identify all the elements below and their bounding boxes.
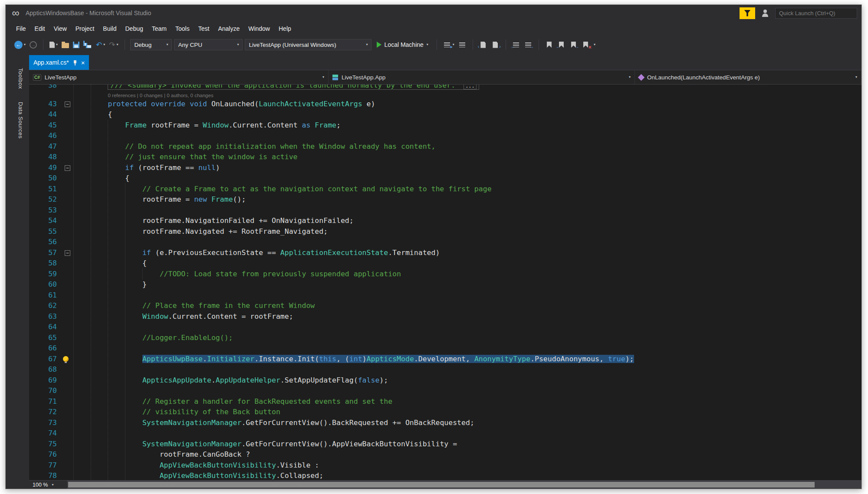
- code-text[interactable]: Frame rootFrame = Window.Current.Content…: [73, 120, 861, 131]
- code-text[interactable]: 0 references | 0 changes | 0 authors, 0 …: [73, 91, 861, 99]
- horizontal-scrollbar[interactable]: [67, 481, 861, 489]
- collapsed-region-ellipsis[interactable]: ...: [464, 85, 477, 89]
- line-number[interactable]: 64: [40, 322, 62, 333]
- solution-platform-dropdown[interactable]: Any CPU ▾: [174, 39, 243, 50]
- code-line[interactable]: 62// Place the frame in the current Wind…: [29, 301, 861, 311]
- code-line[interactable]: 45Frame rootFrame = Window.Current.Conte…: [29, 120, 861, 131]
- startup-project-dropdown[interactable]: LiveTestApp (Universal Windows) ▾: [245, 39, 372, 50]
- code-line[interactable]: 47// Do not repeat app initialization wh…: [29, 141, 861, 152]
- glyph-margin[interactable]: [29, 91, 40, 99]
- glyph-margin[interactable]: [29, 258, 40, 269]
- code-text[interactable]: AppViewBackButtonVisibility.Collapsed;: [73, 471, 861, 480]
- line-number[interactable]: 48: [40, 152, 62, 163]
- navigate-forward-button[interactable]: →: [29, 39, 38, 50]
- code-line[interactable]: 78AppViewBackButtonVisibility.Collapsed;: [29, 471, 861, 480]
- line-number[interactable]: 51: [40, 184, 62, 195]
- save-all-button[interactable]: [82, 39, 93, 50]
- code-text[interactable]: // just ensure that the window is active: [73, 152, 861, 163]
- code-text[interactable]: rootFrame.NavigationFailed += OnNavigati…: [73, 216, 861, 226]
- code-text[interactable]: if (e.PreviousExecutionState == Applicat…: [73, 248, 861, 258]
- glyph-margin[interactable]: [29, 152, 40, 163]
- code-line[interactable]: 68: [29, 364, 861, 375]
- line-number[interactable]: [40, 91, 62, 99]
- code-text[interactable]: [73, 237, 861, 248]
- line-number[interactable]: 70: [40, 386, 62, 396]
- code-line[interactable]: 49−if (rootFrame == null): [29, 163, 861, 173]
- glyph-margin[interactable]: [29, 428, 40, 439]
- open-file-button[interactable]: [61, 39, 70, 50]
- code-line[interactable]: 55rootFrame.Navigated += RootFrame_Navig…: [29, 226, 861, 237]
- line-number[interactable]: 77: [40, 460, 62, 471]
- code-text[interactable]: AppViewBackButtonVisibility.Visible :: [73, 460, 861, 471]
- glyph-margin[interactable]: [29, 354, 40, 365]
- line-number[interactable]: 44: [40, 109, 62, 120]
- tool-tab-data-sources[interactable]: Data Sources: [17, 102, 24, 139]
- menu-item-file[interactable]: File: [12, 23, 30, 34]
- code-text[interactable]: // visibility of the Back button: [73, 407, 861, 418]
- member-list-button[interactable]: [457, 39, 467, 50]
- line-number[interactable]: 54: [40, 216, 62, 226]
- code-text[interactable]: SystemNavigationManager.GetForCurrentVie…: [73, 418, 861, 429]
- glyph-margin[interactable]: [29, 85, 40, 91]
- code-line[interactable]: 61: [29, 290, 861, 301]
- code-line[interactable]: 43−protected override void OnLaunched(La…: [29, 99, 861, 110]
- glyph-margin[interactable]: [29, 194, 40, 205]
- code-text[interactable]: {: [73, 109, 861, 120]
- glyph-margin[interactable]: [29, 205, 40, 216]
- navbar-member-dropdown[interactable]: OnLaunched(LaunchActivatedEventArgs e) ▾: [635, 70, 861, 84]
- line-number[interactable]: 45: [40, 120, 62, 131]
- toggle-bookmark-button[interactable]: [544, 39, 554, 50]
- code-line[interactable]: 71// Register a handler for BackRequeste…: [29, 396, 861, 407]
- comment-button[interactable]: ‹: [478, 39, 488, 50]
- glyph-margin[interactable]: [29, 449, 40, 460]
- code-line[interactable]: 67AppticsUwpBase.Initializer.Instance.In…: [29, 354, 861, 365]
- menu-item-help[interactable]: Help: [274, 23, 296, 34]
- toolbar-overflow-button[interactable]: ▾: [593, 39, 596, 50]
- line-number[interactable]: 55: [40, 226, 62, 237]
- line-number[interactable]: 63: [40, 311, 62, 322]
- line-number[interactable]: 52: [40, 194, 62, 205]
- code-text[interactable]: rootFrame.CanGoBack ?: [73, 449, 861, 460]
- line-number[interactable]: 38: [40, 85, 62, 91]
- menu-item-edit[interactable]: Edit: [30, 23, 49, 34]
- increase-indent-button[interactable]: →: [523, 39, 533, 50]
- navbar-project-dropdown[interactable]: C# LiveTestApp ▾: [29, 70, 329, 84]
- code-text[interactable]: [73, 205, 861, 216]
- glyph-margin[interactable]: [29, 141, 40, 152]
- code-line[interactable]: 53: [29, 205, 861, 216]
- code-line[interactable]: 76rootFrame.CanGoBack ?: [29, 449, 861, 460]
- feedback-button[interactable]: [760, 7, 771, 19]
- line-number[interactable]: 53: [40, 205, 62, 216]
- line-number[interactable]: 57: [40, 248, 62, 258]
- code-line[interactable]: 72// visibility of the Back button: [29, 407, 861, 418]
- code-text[interactable]: if (rootFrame == null): [73, 163, 861, 173]
- new-file-button[interactable]: ▾: [49, 39, 59, 50]
- line-number[interactable]: 78: [40, 471, 62, 480]
- glyph-margin[interactable]: [29, 301, 40, 311]
- previous-bookmark-button[interactable]: ←: [556, 39, 566, 50]
- redo-button[interactable]: ↷ ▾: [108, 39, 119, 50]
- code-text[interactable]: // Register a handler for BackRequested …: [73, 396, 861, 407]
- line-number[interactable]: 61: [40, 290, 62, 301]
- code-text[interactable]: // Place the frame in the current Window: [73, 301, 861, 311]
- code-text[interactable]: protected override void OnLaunched(Launc…: [73, 99, 861, 110]
- menu-item-team[interactable]: Team: [148, 23, 171, 34]
- code-text[interactable]: [73, 322, 861, 333]
- tool-tab-toolbox[interactable]: Toolbox: [17, 68, 24, 89]
- code-text[interactable]: {: [73, 258, 861, 269]
- code-text[interactable]: [73, 343, 861, 354]
- glyph-margin[interactable]: [29, 418, 40, 429]
- glyph-margin[interactable]: [29, 226, 40, 237]
- navigate-backward-button[interactable]: ← ▾: [13, 39, 26, 50]
- menu-item-test[interactable]: Test: [194, 23, 214, 34]
- line-number[interactable]: 56: [40, 237, 62, 248]
- glyph-margin[interactable]: [29, 333, 40, 344]
- line-number[interactable]: 67: [40, 354, 62, 365]
- glyph-margin[interactable]: [29, 269, 40, 280]
- code-text[interactable]: [73, 428, 861, 439]
- decrease-indent-button[interactable]: ←: [511, 39, 521, 50]
- glyph-margin[interactable]: [29, 407, 40, 418]
- code-text[interactable]: AppticsAppUpdate.AppUpdateHelper.SetAppU…: [73, 375, 861, 386]
- code-line[interactable]: 69AppticsAppUpdate.AppUpdateHelper.SetAp…: [29, 375, 861, 386]
- code-line[interactable]: 57−if (e.PreviousExecutionState == Appli…: [29, 248, 861, 258]
